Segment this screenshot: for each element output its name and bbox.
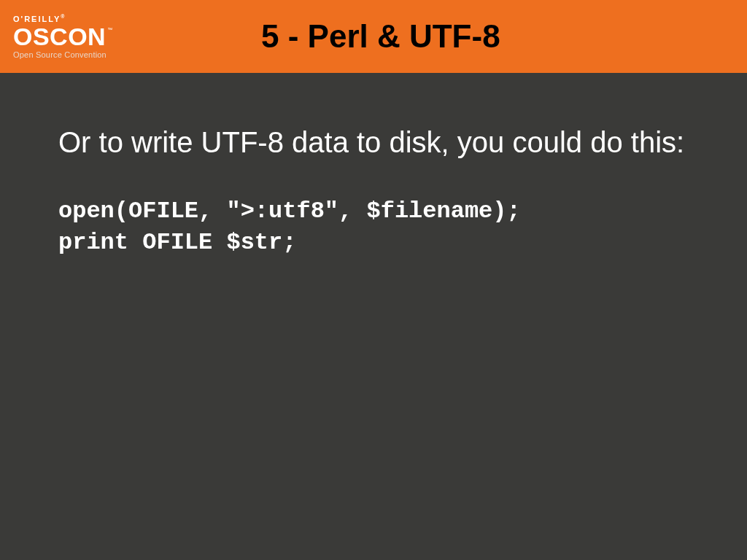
brand-tagline: Open Source Convention xyxy=(13,50,181,59)
slide-title: 5 - Perl & UTF-8 xyxy=(181,18,747,55)
header-bar: O'REILLY® OSCON ™ Open Source Convention… xyxy=(0,0,747,73)
slide-body: Or to write UTF-8 data to disk, you coul… xyxy=(0,73,747,258)
brand-publisher-text: O'REILLY xyxy=(13,14,61,23)
oscon-logo: O'REILLY® OSCON ™ Open Source Convention xyxy=(0,14,181,60)
brand-publisher: O'REILLY® xyxy=(13,14,181,23)
body-paragraph: Or to write UTF-8 data to disk, you coul… xyxy=(58,124,703,160)
brand-main: OSCON ™ xyxy=(13,24,181,49)
brand-main-text: OSCON xyxy=(13,24,106,49)
registered-icon: ® xyxy=(61,14,66,19)
trademark-icon: ™ xyxy=(107,27,113,32)
code-block: open(OFILE, ">:utf8", $filename); print … xyxy=(58,195,703,258)
slide: O'REILLY® OSCON ™ Open Source Convention… xyxy=(0,0,747,560)
